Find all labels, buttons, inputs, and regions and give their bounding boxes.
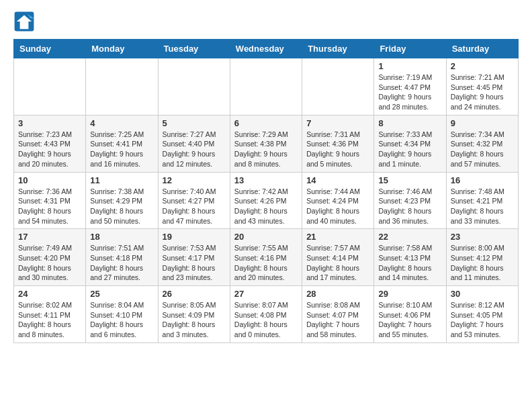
day-number: 2 bbox=[451, 61, 514, 71]
logo-icon bbox=[13, 11, 35, 32]
day-number: 14 bbox=[306, 175, 369, 185]
day-number: 24 bbox=[18, 289, 81, 299]
calendar-week-row: 24Sunrise: 8:02 AM Sunset: 4:11 PM Dayli… bbox=[14, 286, 519, 343]
day-number: 16 bbox=[451, 175, 514, 185]
day-info: Sunrise: 7:53 AM Sunset: 4:17 PM Dayligh… bbox=[163, 243, 226, 283]
day-info: Sunrise: 8:08 AM Sunset: 4:07 PM Dayligh… bbox=[306, 300, 369, 340]
day-number: 1 bbox=[378, 61, 441, 71]
calendar-cell: 9Sunrise: 7:34 AM Sunset: 4:32 PM Daylig… bbox=[446, 115, 518, 172]
day-number: 7 bbox=[306, 118, 369, 128]
day-number: 8 bbox=[378, 118, 441, 128]
day-number: 5 bbox=[163, 118, 226, 128]
day-info: Sunrise: 8:04 AM Sunset: 4:10 PM Dayligh… bbox=[90, 300, 153, 340]
calendar-cell: 4Sunrise: 7:25 AM Sunset: 4:41 PM Daylig… bbox=[86, 115, 158, 172]
day-info: Sunrise: 7:51 AM Sunset: 4:18 PM Dayligh… bbox=[90, 243, 153, 283]
day-info: Sunrise: 8:12 AM Sunset: 4:05 PM Dayligh… bbox=[451, 300, 514, 340]
calendar-cell: 1Sunrise: 7:19 AM Sunset: 4:47 PM Daylig… bbox=[374, 58, 446, 116]
calendar-cell bbox=[302, 58, 374, 116]
day-info: Sunrise: 7:34 AM Sunset: 4:32 PM Dayligh… bbox=[451, 130, 514, 169]
day-number: 12 bbox=[163, 175, 226, 185]
day-number: 26 bbox=[163, 289, 226, 299]
calendar-cell: 15Sunrise: 7:46 AM Sunset: 4:23 PM Dayli… bbox=[374, 172, 446, 229]
calendar-cell: 7Sunrise: 7:31 AM Sunset: 4:36 PM Daylig… bbox=[302, 115, 374, 172]
calendar-cell bbox=[230, 58, 302, 116]
day-info: Sunrise: 8:00 AM Sunset: 4:12 PM Dayligh… bbox=[451, 243, 514, 283]
page: SundayMondayTuesdayWednesdayThursdayFrid… bbox=[0, 0, 532, 354]
calendar-week-row: 17Sunrise: 7:49 AM Sunset: 4:20 PM Dayli… bbox=[14, 229, 519, 286]
logo bbox=[13, 11, 39, 32]
day-number: 10 bbox=[18, 175, 81, 185]
day-info: Sunrise: 8:05 AM Sunset: 4:09 PM Dayligh… bbox=[163, 300, 226, 340]
calendar-header-row: SundayMondayTuesdayWednesdayThursdayFrid… bbox=[14, 40, 519, 58]
calendar-cell: 24Sunrise: 8:02 AM Sunset: 4:11 PM Dayli… bbox=[14, 286, 86, 343]
day-number: 13 bbox=[234, 175, 298, 185]
day-info: Sunrise: 7:19 AM Sunset: 4:47 PM Dayligh… bbox=[378, 73, 441, 112]
calendar-cell: 21Sunrise: 7:57 AM Sunset: 4:14 PM Dayli… bbox=[302, 229, 374, 286]
calendar-cell bbox=[14, 58, 86, 116]
calendar-cell: 2Sunrise: 7:21 AM Sunset: 4:45 PM Daylig… bbox=[446, 58, 518, 116]
weekday-header: Saturday bbox=[446, 40, 518, 58]
calendar-cell: 25Sunrise: 8:04 AM Sunset: 4:10 PM Dayli… bbox=[86, 286, 158, 343]
calendar-week-row: 3Sunrise: 7:23 AM Sunset: 4:43 PM Daylig… bbox=[14, 115, 519, 172]
day-number: 17 bbox=[18, 232, 81, 242]
weekday-header: Wednesday bbox=[230, 40, 302, 58]
day-info: Sunrise: 7:58 AM Sunset: 4:13 PM Dayligh… bbox=[378, 243, 441, 283]
day-info: Sunrise: 7:38 AM Sunset: 4:29 PM Dayligh… bbox=[90, 187, 153, 226]
calendar-cell: 6Sunrise: 7:29 AM Sunset: 4:38 PM Daylig… bbox=[230, 115, 302, 172]
calendar-cell: 11Sunrise: 7:38 AM Sunset: 4:29 PM Dayli… bbox=[86, 172, 158, 229]
calendar-cell: 14Sunrise: 7:44 AM Sunset: 4:24 PM Dayli… bbox=[302, 172, 374, 229]
header bbox=[13, 11, 519, 32]
day-info: Sunrise: 7:49 AM Sunset: 4:20 PM Dayligh… bbox=[18, 243, 81, 283]
calendar-cell: 3Sunrise: 7:23 AM Sunset: 4:43 PM Daylig… bbox=[14, 115, 86, 172]
day-info: Sunrise: 7:57 AM Sunset: 4:14 PM Dayligh… bbox=[306, 243, 369, 283]
day-number: 21 bbox=[306, 232, 369, 242]
day-info: Sunrise: 7:29 AM Sunset: 4:38 PM Dayligh… bbox=[234, 130, 298, 169]
day-info: Sunrise: 7:25 AM Sunset: 4:41 PM Dayligh… bbox=[90, 130, 153, 169]
day-info: Sunrise: 7:23 AM Sunset: 4:43 PM Dayligh… bbox=[18, 130, 81, 169]
calendar-cell: 23Sunrise: 8:00 AM Sunset: 4:12 PM Dayli… bbox=[446, 229, 518, 286]
calendar-cell: 12Sunrise: 7:40 AM Sunset: 4:27 PM Dayli… bbox=[158, 172, 230, 229]
day-info: Sunrise: 7:21 AM Sunset: 4:45 PM Dayligh… bbox=[451, 73, 514, 112]
calendar-cell: 26Sunrise: 8:05 AM Sunset: 4:09 PM Dayli… bbox=[158, 286, 230, 343]
calendar-cell: 29Sunrise: 8:10 AM Sunset: 4:06 PM Dayli… bbox=[374, 286, 446, 343]
day-number: 25 bbox=[90, 289, 153, 299]
calendar-cell: 30Sunrise: 8:12 AM Sunset: 4:05 PM Dayli… bbox=[446, 286, 518, 343]
calendar-cell: 20Sunrise: 7:55 AM Sunset: 4:16 PM Dayli… bbox=[230, 229, 302, 286]
calendar-week-row: 1Sunrise: 7:19 AM Sunset: 4:47 PM Daylig… bbox=[14, 58, 519, 116]
day-info: Sunrise: 7:27 AM Sunset: 4:40 PM Dayligh… bbox=[163, 130, 226, 169]
day-info: Sunrise: 7:40 AM Sunset: 4:27 PM Dayligh… bbox=[163, 187, 226, 226]
day-number: 19 bbox=[163, 232, 226, 242]
calendar: SundayMondayTuesdayWednesdayThursdayFrid… bbox=[13, 39, 519, 343]
day-number: 20 bbox=[234, 232, 298, 242]
day-info: Sunrise: 8:10 AM Sunset: 4:06 PM Dayligh… bbox=[378, 300, 441, 340]
calendar-cell: 22Sunrise: 7:58 AM Sunset: 4:13 PM Dayli… bbox=[374, 229, 446, 286]
day-number: 9 bbox=[451, 118, 514, 128]
day-number: 11 bbox=[90, 175, 153, 185]
day-info: Sunrise: 7:55 AM Sunset: 4:16 PM Dayligh… bbox=[234, 243, 298, 283]
day-number: 28 bbox=[306, 289, 369, 299]
calendar-cell: 10Sunrise: 7:36 AM Sunset: 4:31 PM Dayli… bbox=[14, 172, 86, 229]
day-number: 29 bbox=[378, 289, 441, 299]
calendar-cell: 19Sunrise: 7:53 AM Sunset: 4:17 PM Dayli… bbox=[158, 229, 230, 286]
day-number: 23 bbox=[451, 232, 514, 242]
calendar-cell bbox=[158, 58, 230, 116]
calendar-cell: 16Sunrise: 7:48 AM Sunset: 4:21 PM Dayli… bbox=[446, 172, 518, 229]
weekday-header: Friday bbox=[374, 40, 446, 58]
weekday-header: Monday bbox=[86, 40, 158, 58]
calendar-cell: 13Sunrise: 7:42 AM Sunset: 4:26 PM Dayli… bbox=[230, 172, 302, 229]
day-info: Sunrise: 7:46 AM Sunset: 4:23 PM Dayligh… bbox=[378, 187, 441, 226]
day-number: 27 bbox=[234, 289, 298, 299]
calendar-cell: 18Sunrise: 7:51 AM Sunset: 4:18 PM Dayli… bbox=[86, 229, 158, 286]
day-number: 22 bbox=[378, 232, 441, 242]
calendar-cell: 8Sunrise: 7:33 AM Sunset: 4:34 PM Daylig… bbox=[374, 115, 446, 172]
weekday-header: Thursday bbox=[302, 40, 374, 58]
day-info: Sunrise: 8:02 AM Sunset: 4:11 PM Dayligh… bbox=[18, 300, 81, 340]
calendar-cell: 17Sunrise: 7:49 AM Sunset: 4:20 PM Dayli… bbox=[14, 229, 86, 286]
day-number: 18 bbox=[90, 232, 153, 242]
day-info: Sunrise: 7:48 AM Sunset: 4:21 PM Dayligh… bbox=[451, 187, 514, 226]
day-info: Sunrise: 7:42 AM Sunset: 4:26 PM Dayligh… bbox=[234, 187, 298, 226]
day-number: 30 bbox=[451, 289, 514, 299]
day-info: Sunrise: 7:36 AM Sunset: 4:31 PM Dayligh… bbox=[18, 187, 81, 226]
weekday-header: Sunday bbox=[14, 40, 86, 58]
day-info: Sunrise: 7:44 AM Sunset: 4:24 PM Dayligh… bbox=[306, 187, 369, 226]
